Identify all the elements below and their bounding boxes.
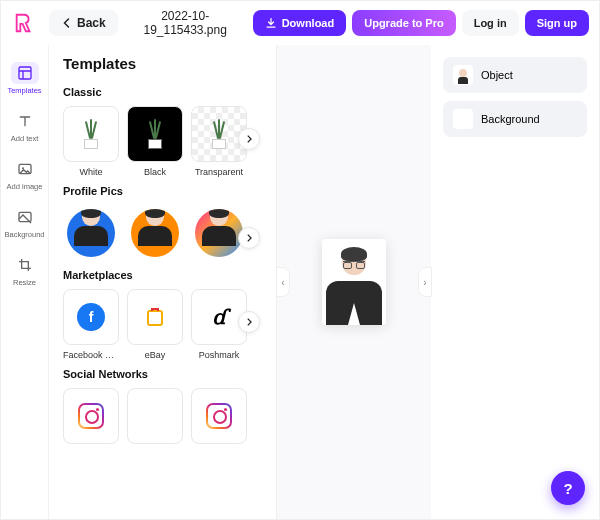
question-icon: ?: [563, 480, 572, 497]
panel-title: Templates: [63, 55, 270, 72]
social-row: [63, 388, 270, 444]
chevron-right-icon: [244, 317, 254, 327]
property-object[interactable]: Object: [443, 57, 587, 93]
social-instagram-1[interactable]: [63, 388, 119, 444]
panel-collapse-left[interactable]: ‹: [276, 267, 290, 297]
svg-rect-0: [19, 67, 31, 79]
back-label: Back: [77, 16, 106, 30]
download-icon: [265, 17, 277, 29]
top-bar: Back 2022-10-19_115433.png Download Upgr…: [1, 1, 599, 45]
social-instagram-2[interactable]: [191, 388, 247, 444]
editor-canvas[interactable]: ‹ ›: [277, 45, 431, 519]
market-next-button[interactable]: [238, 311, 260, 333]
template-black[interactable]: Black: [127, 106, 183, 177]
svg-rect-4: [148, 311, 162, 325]
image-preview[interactable]: [322, 239, 386, 325]
section-profile: Profile Pics: [63, 185, 270, 197]
property-background[interactable]: Background: [443, 101, 587, 137]
section-marketplaces: Marketplaces: [63, 269, 270, 281]
upgrade-button[interactable]: Upgrade to Pro: [352, 10, 455, 36]
classic-next-button[interactable]: [238, 128, 260, 150]
panel-collapse-right[interactable]: ›: [418, 267, 432, 297]
profile-next-button[interactable]: [238, 227, 260, 249]
tool-resize[interactable]: Resize: [1, 247, 48, 293]
chevron-right-icon: [244, 233, 254, 243]
market-facebook[interactable]: fFacebook Ma…: [63, 289, 119, 360]
social-template-2[interactable]: [127, 388, 183, 444]
download-button[interactable]: Download: [253, 10, 347, 36]
tool-background[interactable]: Background: [1, 199, 48, 245]
profile-row: [63, 205, 270, 261]
app-logo[interactable]: [11, 10, 37, 36]
section-social: Social Networks: [63, 368, 270, 380]
templates-icon: [11, 62, 39, 84]
arrow-left-icon: [61, 17, 73, 29]
image-icon: [11, 158, 39, 180]
login-button[interactable]: Log in: [462, 10, 519, 36]
tool-templates[interactable]: Templates: [1, 55, 48, 101]
section-classic: Classic: [63, 86, 270, 98]
chevron-right-icon: [244, 134, 254, 144]
file-name: 2022-10-19_115433.png: [124, 9, 247, 37]
template-white[interactable]: White: [63, 106, 119, 177]
tool-add-image[interactable]: Add image: [1, 151, 48, 197]
classic-row: White Black Transparent: [63, 106, 270, 177]
help-button[interactable]: ?: [551, 471, 585, 505]
market-ebay[interactable]: eBay: [127, 289, 183, 360]
market-row: fFacebook Ma… eBay ɗPoshmark: [63, 289, 270, 360]
profile-template-2[interactable]: [127, 205, 183, 261]
object-thumbnail: [453, 65, 473, 85]
background-thumbnail: [453, 109, 473, 129]
templates-panel: Templates Classic White Black Transparen…: [49, 45, 277, 519]
subject-person: [322, 239, 386, 325]
properties-panel: Object Background: [431, 45, 599, 519]
background-icon: [11, 206, 39, 228]
text-icon: [11, 110, 39, 132]
signup-button[interactable]: Sign up: [525, 10, 589, 36]
tool-sidebar: Templates Add text Add image Background …: [1, 45, 49, 519]
back-button[interactable]: Back: [49, 10, 118, 36]
tool-add-text[interactable]: Add text: [1, 103, 48, 149]
crop-icon: [11, 254, 39, 276]
profile-template-1[interactable]: [63, 205, 119, 261]
